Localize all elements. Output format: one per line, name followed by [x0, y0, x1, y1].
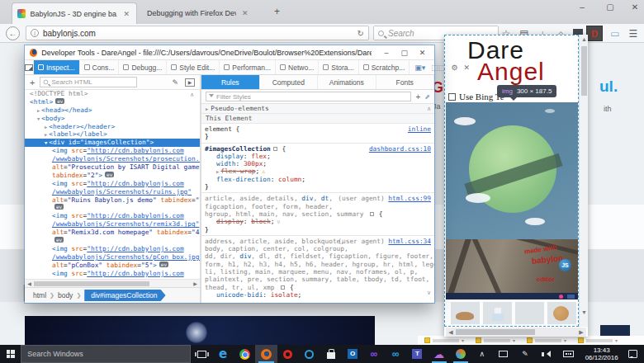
property-name[interactable]: display [216, 218, 244, 225]
remix3d-thumbnail-cake[interactable] [483, 302, 512, 324]
tree-node[interactable]: ev [25, 204, 200, 212]
rule-selector-line[interactable]: figcaption, footer, form, header, [205, 203, 431, 210]
css-declaration[interactable]: display: block;▽ [205, 218, 431, 225]
tray-pen-button[interactable]: ✎ [514, 345, 536, 363]
breadcrumb-item-divimagesCollection[interactable]: div#imagesCollection [84, 290, 165, 301]
scroll-down-icon[interactable]: ▼ [580, 309, 589, 315]
markup-search-input[interactable]: Search HTML [40, 77, 137, 87]
tree-node[interactable]: alt="Ruins Babylon.js demo" tabindex="3"… [25, 196, 200, 205]
pseudo-elements-header[interactable]: ▶Pseudo-elements [201, 104, 434, 114]
feedback-icon[interactable]: ▭ [608, 27, 623, 41]
property-value[interactable]: flex [251, 153, 267, 160]
popup-horizontal-scrollbar[interactable]: ◀ ▶ [446, 328, 586, 337]
url-link[interactable]: /wwwbabylonjs/Screenshots/prosecution.jp… [52, 155, 200, 163]
tab-close-icon[interactable]: ✕ [240, 7, 250, 19]
move-panel-icon[interactable]: ⬈ [424, 93, 430, 101]
url-link[interactable]: html.css:99 [388, 195, 431, 202]
tree-node[interactable]: /wwwbabylonjs/Screenshots/pCon_box.jpg" [25, 253, 200, 262]
css-declaration[interactable]: flex-direction: column; [205, 176, 431, 183]
event-badge[interactable]: ev [54, 237, 64, 243]
overridden-filter-icon[interactable]: ▽ [277, 219, 280, 224]
tree-node[interactable]: ▼<body> [25, 115, 200, 123]
scrollbar-thumb[interactable] [581, 46, 587, 96]
rule-source-link[interactable]: (user agent) html.css:99 [338, 195, 431, 202]
taskbar-whirl-button[interactable] [450, 345, 471, 363]
tray-display-button[interactable] [493, 345, 514, 363]
taskbar-outlook-button[interactable]: O [342, 345, 363, 363]
property-name[interactable]: display [216, 153, 244, 160]
markup-horizontal-scrollbar[interactable]: ◀ ▶ [25, 279, 200, 287]
property-value[interactable]: column [278, 176, 301, 183]
devtools-tab-cons[interactable]: Cons... [80, 60, 120, 74]
event-badge[interactable]: ev [105, 172, 114, 177]
toolbox-close-icon[interactable]: ✕ [463, 64, 470, 72]
bing-checkbox[interactable] [448, 93, 456, 101]
frame-select-icon[interactable]: ▣▾ [414, 64, 425, 72]
devtools-tab-inspect[interactable]: Inspect... [34, 60, 80, 74]
back-button[interactable]: ← [6, 26, 20, 40]
taskbar-teams-button[interactable]: T [406, 345, 428, 363]
bing-checkbox-row[interactable]: Use Bing Te [448, 92, 504, 101]
property-name[interactable]: unicode-bidi [216, 291, 263, 299]
rule-selector-line[interactable]: li, listing, main, marquee, menu, nav, n… [205, 268, 431, 276]
twisty-icon[interactable]: ▶ [45, 132, 47, 137]
tree-node[interactable]: <img src="http://cdn.babylonjs.com [25, 270, 200, 278]
event-badge[interactable]: ev [54, 204, 64, 210]
eyedropper-icon[interactable]: ▶ [185, 78, 195, 87]
sidebar-tab-fonts[interactable]: Fonts [376, 75, 435, 89]
property-name[interactable]: width [216, 160, 235, 167]
tree-node[interactable]: <img src="http://cdn.babylonjs.com [25, 147, 200, 155]
this-element-header[interactable]: This Element [201, 114, 434, 124]
scroll-left-icon[interactable]: ◀ [446, 329, 456, 336]
popup-vertical-scrollbar[interactable]: ▲ ▼ [579, 35, 588, 327]
tree-node[interactable]: <img src="http://cdn.babylonjs.com [25, 212, 200, 220]
dareangel-extension-button[interactable]: D [586, 26, 603, 41]
url-link[interactable]: /wwwbabylonjs/Screenshots/pCon_box.jpg" [52, 253, 200, 261]
rule-source-link[interactable]: dashboard.css:10 [369, 145, 431, 153]
tree-node[interactable]: ▶<header></header> [25, 123, 200, 131]
tree-node[interactable]: <img src="http://cdn.babylonjs.com [25, 245, 200, 253]
tree-node[interactable]: /wwwbabylonjs/Screenshots/prosecution.jp… [25, 155, 200, 163]
element-picker-icon[interactable] [25, 60, 34, 74]
window-close-button[interactable]: ✕ [624, 0, 644, 15]
tab-close-icon[interactable]: ✕ [121, 8, 131, 20]
css-declaration[interactable]: width: 300px; [205, 160, 431, 167]
tree-node[interactable]: /wwwbabylonjs/Screenshots/ruins.jpg" [25, 188, 200, 196]
new-tab-button[interactable]: + [274, 6, 280, 17]
taskbar-search-input[interactable]: Search Windows [21, 345, 191, 363]
url-link[interactable]: "http://cdn.babylonjs.com [87, 270, 183, 277]
css-declaration[interactable]: display: flex; [205, 153, 431, 160]
devtools-close-button[interactable]: ✕ [415, 49, 429, 57]
css-declaration[interactable]: ▶flex-wrap;⚠ [205, 167, 431, 175]
url-link[interactable]: /wwwbabylonjs/Screenshots/ruins.jpg" [52, 188, 192, 196]
sidebar-tab-animations[interactable]: Animations [318, 75, 376, 89]
taskbar-app-button[interactable] [299, 345, 320, 363]
tree-node[interactable]: alt="Remix3d.com homepage" tabindex="4"> [25, 229, 200, 237]
taskbar-visualstudio-blue-button[interactable]: ∞ [385, 345, 406, 363]
rules-scroll-up-icon[interactable]: ∧ [427, 106, 431, 112]
tree-scroll-up-icon[interactable]: ∧ [190, 92, 194, 98]
rule-source-link[interactable]: inline [408, 125, 431, 133]
url-link[interactable]: "http://cdn.babylonjs.com [87, 245, 183, 252]
taskbar-edge-button[interactable]: e [212, 345, 234, 363]
property-value[interactable]: 300px [244, 160, 263, 167]
twisty-icon[interactable]: ▼ [45, 140, 47, 145]
url-link[interactable]: "http://cdn.babylonjs.com [87, 180, 183, 187]
screenshot-ruins[interactable]: made with babylon JS editor [446, 239, 578, 293]
rule-selector-line[interactable]: address, article, aside, blockquote,(use… [205, 238, 431, 245]
tree-node-selected[interactable]: ▼<div id="imagesCollection"> [25, 139, 200, 147]
sidebar-tab-computed[interactable]: Computed [260, 75, 319, 89]
event-badge[interactable]: ev [159, 262, 168, 267]
url-bar[interactable]: i babylonjs.com ↻ [26, 26, 369, 40]
tree-node[interactable]: ▶<label></label> [25, 130, 200, 139]
tree-node[interactable]: tabindex="2">ev [25, 172, 200, 180]
devtools-maximize-button[interactable]: ▢ [397, 49, 411, 57]
taskbar-store-button[interactable] [320, 345, 342, 363]
rules-scroll-down-icon[interactable]: ∨ [427, 290, 431, 296]
property-name[interactable]: flex-direction [216, 176, 271, 183]
rule-selector-line[interactable]: thead, tr, ul, xmp { [205, 284, 431, 291]
rule-source-link[interactable]: (user agent) html.css:34 [338, 238, 431, 245]
breadcrumb-item-body[interactable]: body [58, 291, 73, 299]
add-node-button[interactable]: + [30, 78, 35, 87]
devtools-titlebar[interactable]: Developer Tools - DareAngel - file:///C:… [25, 45, 434, 60]
